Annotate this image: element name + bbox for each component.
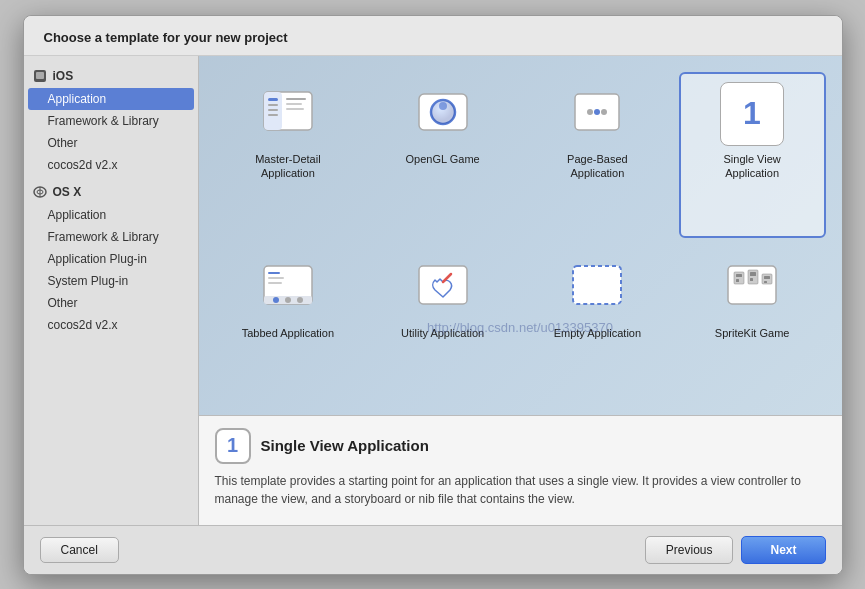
- dialog-footer: Cancel Previous Next: [24, 525, 842, 574]
- svg-rect-40: [750, 272, 756, 276]
- ios-icon: [32, 68, 48, 84]
- svg-rect-38: [736, 279, 739, 282]
- opengl-label: OpenGL Game: [406, 152, 480, 166]
- spritekit-label: SpriteKit Game: [715, 326, 790, 340]
- svg-rect-29: [268, 272, 280, 274]
- svg-rect-13: [286, 108, 304, 110]
- template-master-detail[interactable]: Master-DetailApplication: [215, 72, 362, 239]
- next-button[interactable]: Next: [741, 536, 825, 564]
- svg-point-21: [601, 109, 607, 115]
- spritekit-icon: [720, 256, 784, 320]
- sidebar-item-osx-framework[interactable]: Framework & Library: [24, 226, 198, 248]
- watermark: http://blog.csdn.net/u013395370: [427, 320, 613, 335]
- template-spritekit[interactable]: SpriteKit Game: [679, 246, 826, 398]
- svg-rect-37: [736, 274, 742, 277]
- sidebar-item-osx-sysplugin[interactable]: System Plug-in: [24, 270, 198, 292]
- ios-label: iOS: [53, 69, 74, 83]
- svg-point-26: [273, 297, 279, 303]
- svg-rect-34: [573, 266, 621, 304]
- ios-section: iOS Application Framework & Library Othe…: [24, 64, 198, 176]
- opengl-icon: [411, 82, 475, 146]
- sidebar-item-osx-other[interactable]: Other: [24, 292, 198, 314]
- svg-rect-1: [36, 72, 44, 79]
- master-detail-icon: [256, 82, 320, 146]
- osx-label: OS X: [53, 185, 82, 199]
- desc-title: Single View Application: [261, 437, 429, 454]
- tabbed-label: Tabbed Application: [242, 326, 334, 340]
- single-view-label: Single ViewApplication: [723, 152, 780, 181]
- template-tabbed[interactable]: Tabbed Application: [215, 246, 362, 398]
- sidebar-item-osx-cocos2d[interactable]: cocos2d v2.x: [24, 314, 198, 336]
- sidebar-item-cocos2d-ios[interactable]: cocos2d v2.x: [24, 154, 198, 176]
- tabbed-icon: [256, 256, 320, 320]
- svg-text:1: 1: [743, 95, 761, 131]
- svg-rect-36: [734, 272, 744, 284]
- svg-rect-10: [268, 114, 278, 116]
- previous-button[interactable]: Previous: [645, 536, 734, 564]
- svg-rect-41: [750, 278, 753, 281]
- svg-rect-11: [286, 98, 306, 100]
- dialog-title: Choose a template for your new project: [24, 16, 842, 56]
- templates-grid: Master-DetailApplication: [199, 56, 842, 415]
- nav-buttons: Previous Next: [645, 536, 826, 564]
- main-content: Master-DetailApplication: [199, 56, 842, 525]
- sidebar-item-osx-application[interactable]: Application: [24, 204, 198, 226]
- svg-rect-43: [764, 276, 770, 279]
- svg-point-20: [594, 109, 600, 115]
- page-based-label: Page-BasedApplication: [567, 152, 628, 181]
- single-view-icon: 1: [720, 82, 784, 146]
- osx-group-header[interactable]: OS X: [24, 180, 198, 204]
- osx-section: OS X Application Framework & Library App…: [24, 180, 198, 336]
- desc-header: 1 Single View Application: [215, 428, 826, 464]
- sidebar-item-other-ios[interactable]: Other: [24, 132, 198, 154]
- template-page-based[interactable]: Page-BasedApplication: [524, 72, 671, 239]
- sidebar-item-osx-applugin[interactable]: Application Plug-in: [24, 248, 198, 270]
- svg-rect-12: [286, 103, 302, 105]
- svg-rect-9: [268, 109, 278, 111]
- svg-point-17: [439, 102, 447, 110]
- svg-point-19: [587, 109, 593, 115]
- utility-icon: [411, 256, 475, 320]
- svg-rect-31: [268, 282, 282, 284]
- sidebar: iOS Application Framework & Library Othe…: [24, 56, 199, 525]
- description-area: 1 Single View Application This template …: [199, 415, 842, 525]
- new-project-dialog: Choose a template for your new project i…: [23, 15, 843, 575]
- empty-icon: [565, 256, 629, 320]
- templates-area: Master-DetailApplication: [199, 56, 842, 415]
- svg-rect-44: [764, 281, 767, 283]
- page-based-icon: [565, 82, 629, 146]
- svg-rect-30: [268, 277, 284, 279]
- dialog-body: iOS Application Framework & Library Othe…: [24, 56, 842, 525]
- cancel-button[interactable]: Cancel: [40, 537, 119, 563]
- svg-point-27: [285, 297, 291, 303]
- ios-group-header[interactable]: iOS: [24, 64, 198, 88]
- svg-point-28: [297, 297, 303, 303]
- svg-rect-8: [268, 104, 278, 106]
- svg-rect-7: [268, 98, 278, 101]
- sidebar-item-application[interactable]: Application: [28, 88, 194, 110]
- osx-icon: [32, 184, 48, 200]
- desc-text: This template provides a starting point …: [215, 472, 826, 508]
- sidebar-item-framework[interactable]: Framework & Library: [24, 110, 198, 132]
- desc-icon: 1: [215, 428, 251, 464]
- template-opengl[interactable]: OpenGL Game: [369, 72, 516, 239]
- master-detail-label: Master-DetailApplication: [255, 152, 320, 181]
- template-single-view[interactable]: 1 Single ViewApplication: [679, 72, 826, 239]
- svg-rect-32: [419, 266, 467, 304]
